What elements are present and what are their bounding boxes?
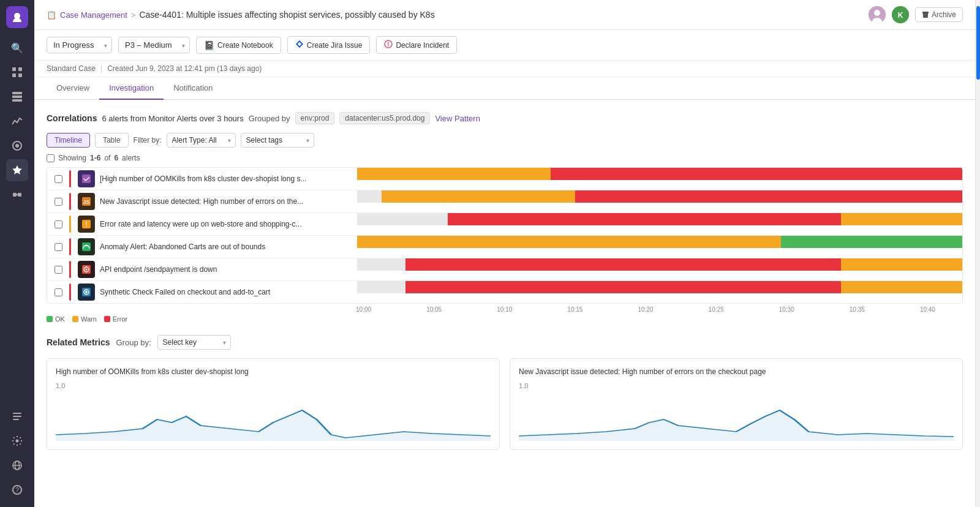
legend-ok-dot [47,316,53,322]
sidebar-item-network[interactable] [6,454,28,476]
tab-investigation[interactable]: Investigation [99,77,164,100]
svg-point-36 [86,245,88,247]
sparkline-2 [519,398,954,441]
sidebar-item-integrations[interactable] [6,184,28,206]
select-tags-select[interactable]: Select tags env:prod datacenter:us5 [241,133,314,148]
svg-rect-30 [82,175,91,183]
content-area: Correlations 6 alerts from Monitor Alert… [34,100,975,507]
right-scrollbar[interactable] [975,0,980,507]
svg-point-9 [15,144,19,148]
svg-rect-13 [13,413,21,414]
alert-timeline-5 [357,258,962,280]
alert-type-select[interactable]: Alert Type: All Monitor Log [167,133,236,148]
sidebar-item-bottom[interactable]: ? [6,479,28,501]
incident-icon [384,40,393,50]
alert-severity-2 [69,193,73,210]
declare-incident-button[interactable]: Declare Incident [376,36,457,54]
view-pattern-link[interactable]: View Pattern [435,114,480,123]
alert-icon-2: JS [78,193,95,210]
svg-rect-1 [12,67,16,71]
sidebar-item-dashboard[interactable] [6,61,28,83]
sidebar-item-metrics[interactable] [6,110,28,132]
alert-timeline-3 [357,213,962,235]
breadcrumb-separator: > [131,10,136,20]
jira-icon [295,40,304,50]
tl-bar-orange [357,168,551,180]
svg-rect-2 [18,67,22,71]
x-axis-label-7: 10:35 [822,306,892,313]
select-all-checkbox[interactable] [47,154,55,162]
tl-bar-green [781,236,962,248]
sidebar-item-apm[interactable] [6,135,28,157]
alert-checkbox-2[interactable] [47,193,69,211]
alerts-label-text: alerts [122,154,140,162]
select-key-wrap: Select key service env [157,335,231,350]
tl-bar-red [551,168,962,180]
metric-y-label-1: 1.0 [56,382,491,389]
select-tags-wrap: Select tags env:prod datacenter:us5 [241,133,314,148]
app-logo[interactable] [6,6,28,28]
notebook-icon: 📓 [204,40,214,50]
tl-bar-gray [357,213,448,225]
alert-type-wrap: Alert Type: All Monitor Log [167,133,236,148]
legend-warn-label: Warn [81,315,97,323]
alert-name-3: Error rate and latency were up on web-st… [100,220,357,228]
timeline-toggle[interactable]: Timeline [47,133,90,148]
svg-text:JS: JS [83,199,89,205]
scrollbar-thumb[interactable] [976,6,980,80]
tl-bar-gray [357,281,405,293]
table-toggle[interactable]: Table [95,133,129,148]
alert-icon-5 [78,261,95,278]
svg-text:K: K [898,11,903,20]
legend-ok-label: OK [55,315,65,323]
alert-severity-1 [69,170,73,187]
alert-checkbox-6[interactable] [47,284,69,301]
legend-error: Error [104,315,127,323]
alert-checkbox-1[interactable] [47,170,69,188]
sidebar-item-logs[interactable] [6,405,28,427]
tl-bar-orange [841,281,962,293]
alert-icon-1 [78,170,95,187]
tab-overview[interactable]: Overview [47,77,99,100]
grouped-by-label: Grouped by [249,114,290,123]
svg-point-23 [874,10,880,16]
alert-severity-6 [69,284,73,301]
legend-warn: Warn [72,315,97,323]
correlations-title: Correlations [47,113,97,123]
topbar-right: K Archive [869,6,963,23]
alert-icon-4 [78,238,95,255]
priority-dropdown[interactable]: P3 – Medium P1 – Critical P2 – High [118,37,190,53]
table-row: API endpoint /sendpayment is down [47,258,962,281]
breadcrumb-module-name[interactable]: Case Management [60,10,127,20]
sidebar-item-settings[interactable] [6,430,28,452]
filter-by-label: Filter by: [134,136,162,145]
tabs: Overview Investigation Notification [34,77,975,100]
x-axis-label-2: 10:10 [469,306,540,313]
status-dropdown[interactable]: In Progress Open Closed [47,37,112,53]
create-jira-button[interactable]: Create Jira Issue [287,36,371,54]
sidebar-item-infrastructure[interactable] [6,86,28,108]
alert-name-5: API endpoint /sendpayment is down [100,265,357,274]
metric-chart-1 [56,392,491,441]
select-key-dropdown[interactable]: Select key service env [157,335,231,350]
alert-timeline-6 [357,281,962,303]
alert-icon-6 [78,284,95,301]
x-axis-label-3: 10:15 [540,306,610,313]
x-axis-label-4: 10:20 [610,306,680,313]
group-by-label: Group by: [116,338,151,347]
avatar-user2: K [892,6,909,23]
tab-notification[interactable]: Notification [164,77,222,100]
svg-rect-7 [12,99,22,102]
sparkline-1 [56,398,491,441]
alert-checkbox-3[interactable] [47,216,69,233]
archive-button[interactable]: Archive [915,7,963,22]
declare-incident-label: Declare Incident [396,41,449,50]
svg-rect-4 [18,73,22,77]
sidebar-item-monitors[interactable] [6,159,28,181]
create-notebook-button[interactable]: 📓 Create Notebook [196,37,281,54]
sidebar-item-search[interactable]: 🔍 [6,37,28,59]
legend-warn-dot [72,316,78,322]
alert-checkbox-5[interactable] [47,261,69,279]
alert-name-6: Synthetic Check Failed on checkout and a… [100,288,357,296]
alert-checkbox-4[interactable] [47,238,69,256]
